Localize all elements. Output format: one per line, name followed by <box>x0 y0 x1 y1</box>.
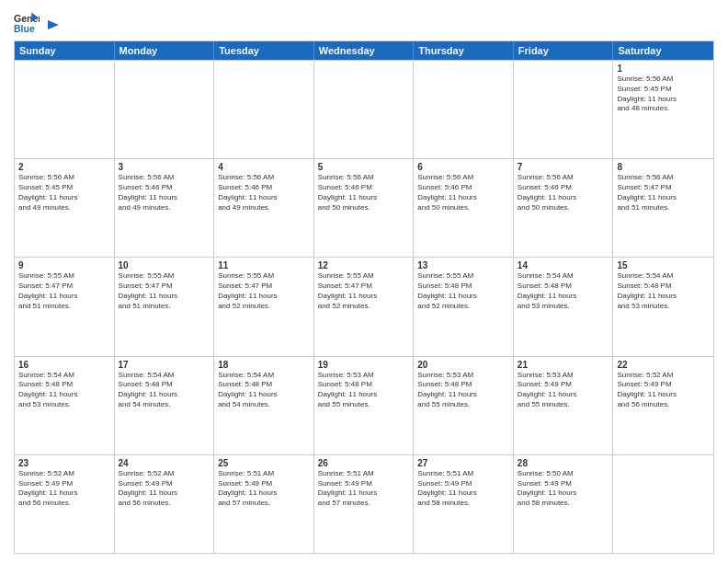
page-header: General Blue <box>14 9 714 35</box>
day-info: Sunrise: 5:56 AM Sunset: 5:46 PM Dayligh… <box>417 173 509 213</box>
calendar-cell-day-21: 21Sunrise: 5:53 AM Sunset: 5:49 PM Dayli… <box>514 357 614 454</box>
calendar-cell-empty <box>15 61 115 158</box>
day-info: Sunrise: 5:53 AM Sunset: 5:48 PM Dayligh… <box>417 371 509 410</box>
calendar-cell-day-10: 10Sunrise: 5:55 AM Sunset: 5:47 PM Dayli… <box>115 258 215 355</box>
calendar-cell-empty <box>115 61 215 158</box>
calendar-cell-empty <box>314 61 415 158</box>
calendar-cell-day-8: 8Sunrise: 5:56 AM Sunset: 5:47 PM Daylig… <box>613 159 713 257</box>
calendar-cell-day-3: 3Sunrise: 5:56 AM Sunset: 5:46 PM Daylig… <box>115 159 215 257</box>
weekday-header-friday: Friday <box>514 41 614 60</box>
day-number: 13 <box>417 260 509 270</box>
day-number: 4 <box>218 162 310 172</box>
calendar-cell-day-5: 5Sunrise: 5:56 AM Sunset: 5:46 PM Daylig… <box>314 159 415 257</box>
day-info: Sunrise: 5:51 AM Sunset: 5:49 PM Dayligh… <box>218 469 310 509</box>
day-number: 27 <box>417 458 509 468</box>
day-number: 3 <box>119 162 210 172</box>
day-info: Sunrise: 5:56 AM Sunset: 5:46 PM Dayligh… <box>318 173 410 213</box>
calendar-row-1: 1Sunrise: 5:56 AM Sunset: 5:45 PM Daylig… <box>15 60 713 158</box>
day-info: Sunrise: 5:52 AM Sunset: 5:49 PM Dayligh… <box>119 469 210 509</box>
day-info: Sunrise: 5:56 AM Sunset: 5:46 PM Dayligh… <box>518 173 609 213</box>
day-number: 14 <box>518 260 609 270</box>
calendar-cell-day-19: 19Sunrise: 5:53 AM Sunset: 5:48 PM Dayli… <box>314 357 415 454</box>
day-info: Sunrise: 5:56 AM Sunset: 5:45 PM Dayligh… <box>617 75 710 114</box>
calendar-cell-day-17: 17Sunrise: 5:54 AM Sunset: 5:48 PM Dayli… <box>115 357 215 454</box>
day-number: 18 <box>218 360 310 370</box>
svg-text:Blue: Blue <box>14 23 35 34</box>
day-number: 12 <box>318 260 410 270</box>
calendar-cell-day-26: 26Sunrise: 5:51 AM Sunset: 5:49 PM Dayli… <box>314 455 415 553</box>
day-info: Sunrise: 5:55 AM Sunset: 5:47 PM Dayligh… <box>318 271 410 311</box>
weekday-header-saturday: Saturday <box>613 41 713 60</box>
day-number: 15 <box>617 260 710 270</box>
day-info: Sunrise: 5:54 AM Sunset: 5:48 PM Dayligh… <box>119 371 210 410</box>
day-number: 24 <box>119 458 210 468</box>
calendar-cell-empty <box>514 61 614 158</box>
calendar-row-5: 23Sunrise: 5:52 AM Sunset: 5:49 PM Dayli… <box>15 454 713 553</box>
day-info: Sunrise: 5:55 AM Sunset: 5:47 PM Dayligh… <box>18 271 110 311</box>
day-info: Sunrise: 5:55 AM Sunset: 5:47 PM Dayligh… <box>119 271 210 311</box>
calendar-row-4: 16Sunrise: 5:54 AM Sunset: 5:48 PM Dayli… <box>15 356 713 454</box>
day-number: 8 <box>617 162 710 172</box>
day-number: 17 <box>119 360 210 370</box>
weekday-header-sunday: Sunday <box>15 41 115 60</box>
day-number: 11 <box>218 260 310 270</box>
day-number: 2 <box>18 162 110 172</box>
day-number: 10 <box>119 260 210 270</box>
calendar-cell-empty <box>613 455 713 553</box>
calendar-cell-day-12: 12Sunrise: 5:55 AM Sunset: 5:47 PM Dayli… <box>314 258 415 355</box>
calendar-cell-day-14: 14Sunrise: 5:54 AM Sunset: 5:48 PM Dayli… <box>514 258 614 355</box>
calendar-cell-day-6: 6Sunrise: 5:56 AM Sunset: 5:46 PM Daylig… <box>414 159 514 257</box>
calendar-cell-day-7: 7Sunrise: 5:56 AM Sunset: 5:46 PM Daylig… <box>514 159 614 257</box>
day-info: Sunrise: 5:53 AM Sunset: 5:48 PM Dayligh… <box>318 371 410 410</box>
calendar-cell-day-22: 22Sunrise: 5:52 AM Sunset: 5:49 PM Dayli… <box>613 357 713 454</box>
weekday-header-thursday: Thursday <box>414 41 514 60</box>
day-info: Sunrise: 5:56 AM Sunset: 5:45 PM Dayligh… <box>18 173 110 213</box>
day-info: Sunrise: 5:54 AM Sunset: 5:48 PM Dayligh… <box>518 271 609 311</box>
day-info: Sunrise: 5:56 AM Sunset: 5:46 PM Dayligh… <box>119 173 210 213</box>
day-number: 26 <box>318 458 410 468</box>
day-number: 16 <box>18 360 110 370</box>
day-number: 28 <box>518 458 609 468</box>
day-number: 7 <box>518 162 609 172</box>
day-number: 20 <box>417 360 509 370</box>
day-info: Sunrise: 5:51 AM Sunset: 5:49 PM Dayligh… <box>318 469 410 509</box>
weekday-header-wednesday: Wednesday <box>314 41 415 60</box>
calendar-header: SundayMondayTuesdayWednesdayThursdayFrid… <box>15 41 713 60</box>
day-info: Sunrise: 5:52 AM Sunset: 5:49 PM Dayligh… <box>617 371 710 410</box>
calendar-cell-empty <box>414 61 514 158</box>
logo: General Blue <box>14 9 62 35</box>
day-number: 6 <box>417 162 509 172</box>
calendar-cell-day-1: 1Sunrise: 5:56 AM Sunset: 5:45 PM Daylig… <box>613 61 713 158</box>
calendar-cell-day-15: 15Sunrise: 5:54 AM Sunset: 5:48 PM Dayli… <box>613 258 713 355</box>
day-number: 23 <box>18 458 110 468</box>
calendar-cell-day-23: 23Sunrise: 5:52 AM Sunset: 5:49 PM Dayli… <box>15 455 115 553</box>
day-number: 21 <box>518 360 609 370</box>
day-info: Sunrise: 5:52 AM Sunset: 5:49 PM Dayligh… <box>18 469 110 509</box>
logo-triangle <box>44 17 61 33</box>
calendar-cell-empty <box>214 61 314 158</box>
day-info: Sunrise: 5:54 AM Sunset: 5:48 PM Dayligh… <box>617 271 710 311</box>
calendar-cell-day-27: 27Sunrise: 5:51 AM Sunset: 5:49 PM Dayli… <box>414 455 514 553</box>
calendar-cell-day-2: 2Sunrise: 5:56 AM Sunset: 5:45 PM Daylig… <box>15 159 115 257</box>
day-info: Sunrise: 5:54 AM Sunset: 5:48 PM Dayligh… <box>18 371 110 410</box>
day-number: 9 <box>18 260 110 270</box>
calendar-cell-day-20: 20Sunrise: 5:53 AM Sunset: 5:48 PM Dayli… <box>414 357 514 454</box>
day-info: Sunrise: 5:55 AM Sunset: 5:47 PM Dayligh… <box>218 271 310 311</box>
calendar-body: 1Sunrise: 5:56 AM Sunset: 5:45 PM Daylig… <box>15 60 713 553</box>
day-number: 19 <box>318 360 410 370</box>
day-info: Sunrise: 5:55 AM Sunset: 5:48 PM Dayligh… <box>417 271 509 311</box>
calendar-cell-day-11: 11Sunrise: 5:55 AM Sunset: 5:47 PM Dayli… <box>214 258 314 355</box>
calendar-cell-day-16: 16Sunrise: 5:54 AM Sunset: 5:48 PM Dayli… <box>15 357 115 454</box>
weekday-header-tuesday: Tuesday <box>214 41 314 60</box>
calendar-cell-day-13: 13Sunrise: 5:55 AM Sunset: 5:48 PM Dayli… <box>414 258 514 355</box>
svg-marker-2 <box>48 20 59 29</box>
day-number: 25 <box>218 458 310 468</box>
calendar-row-3: 9Sunrise: 5:55 AM Sunset: 5:47 PM Daylig… <box>15 257 713 355</box>
day-info: Sunrise: 5:51 AM Sunset: 5:49 PM Dayligh… <box>417 469 509 509</box>
day-info: Sunrise: 5:56 AM Sunset: 5:47 PM Dayligh… <box>617 173 710 213</box>
day-info: Sunrise: 5:50 AM Sunset: 5:49 PM Dayligh… <box>518 469 609 509</box>
day-number: 1 <box>617 63 710 74</box>
calendar-cell-day-9: 9Sunrise: 5:55 AM Sunset: 5:47 PM Daylig… <box>15 258 115 355</box>
logo-icon: General Blue <box>14 9 40 35</box>
weekday-header-monday: Monday <box>115 41 215 60</box>
